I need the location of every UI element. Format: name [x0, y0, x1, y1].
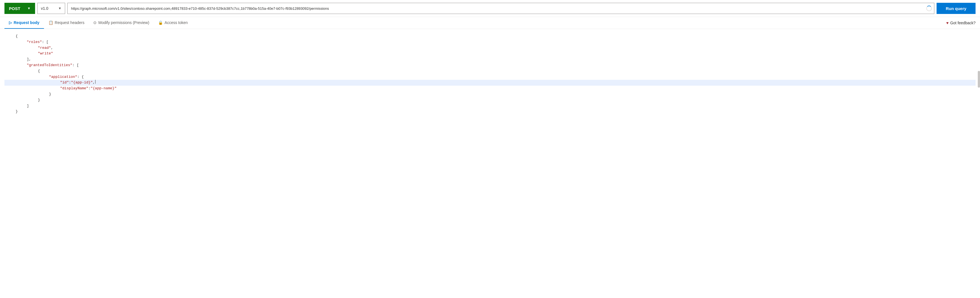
scroll-indicator[interactable]: [978, 71, 980, 88]
feedback-link[interactable]: ♥ Got feedback?: [946, 18, 975, 27]
tab-modify-permissions-label: Modify permissions (Preview): [98, 20, 149, 25]
code-line: }: [5, 109, 975, 115]
tabs-left: ▷ Request body 📋 Request headers ⊙ Modif…: [5, 17, 946, 29]
modify-permissions-icon: ⊙: [93, 20, 97, 25]
code-line: "roles" : [: [5, 39, 975, 45]
code-line-cursor: "id" : "{app-id}" ,: [5, 80, 975, 86]
code-line: "displayName" : "{app-name}": [5, 86, 975, 91]
toolbar: POST ▼ v1.0 ▼ Run query: [0, 0, 980, 17]
loading-spinner: [926, 6, 932, 11]
tab-request-body-label: Request body: [14, 20, 40, 25]
code-line: "grantedToIdentities" : [: [5, 62, 975, 68]
version-dropdown[interactable]: v1.0 ▼: [37, 3, 65, 14]
code-line: "read" ,: [5, 45, 975, 51]
tab-request-body[interactable]: ▷ Request body: [5, 17, 44, 29]
method-dropdown[interactable]: POST ▼: [5, 3, 35, 14]
tabs-container: ▷ Request body 📋 Request headers ⊙ Modif…: [0, 17, 980, 29]
version-chevron-icon: ▼: [58, 6, 62, 10]
tab-request-headers[interactable]: 📋 Request headers: [44, 17, 89, 29]
method-label: POST: [9, 6, 20, 11]
code-editor[interactable]: { "roles" : [ "read" , "write" ], "grant…: [0, 34, 980, 115]
feedback-heart-icon: ♥: [946, 21, 948, 25]
version-label: v1.0: [41, 6, 48, 11]
code-line: ],: [5, 57, 975, 62]
code-line: }: [5, 91, 975, 98]
run-query-button[interactable]: Run query: [937, 3, 975, 14]
access-token-icon: 🔒: [158, 20, 163, 25]
url-input-container: [67, 3, 934, 14]
tab-modify-permissions[interactable]: ⊙ Modify permissions (Preview): [89, 17, 154, 29]
tab-access-token-label: Access token: [165, 20, 188, 25]
editor-container: { "roles" : [ "read" , "write" ], "grant…: [0, 29, 980, 168]
request-headers-icon: 📋: [48, 20, 53, 25]
tab-request-headers-label: Request headers: [55, 20, 84, 25]
code-line: "application" : {: [5, 74, 975, 80]
tab-access-token[interactable]: 🔒 Access token: [154, 17, 192, 29]
code-line: {: [5, 34, 975, 39]
code-line: {: [5, 68, 975, 74]
method-chevron-icon: ▼: [27, 6, 30, 10]
text-cursor: [95, 80, 95, 84]
code-line: "write": [5, 51, 975, 57]
url-input[interactable]: [71, 6, 926, 11]
request-body-icon: ▷: [9, 20, 12, 25]
code-line: }: [5, 98, 975, 103]
feedback-label: Got feedback?: [950, 21, 975, 25]
code-line: ]: [5, 103, 975, 109]
